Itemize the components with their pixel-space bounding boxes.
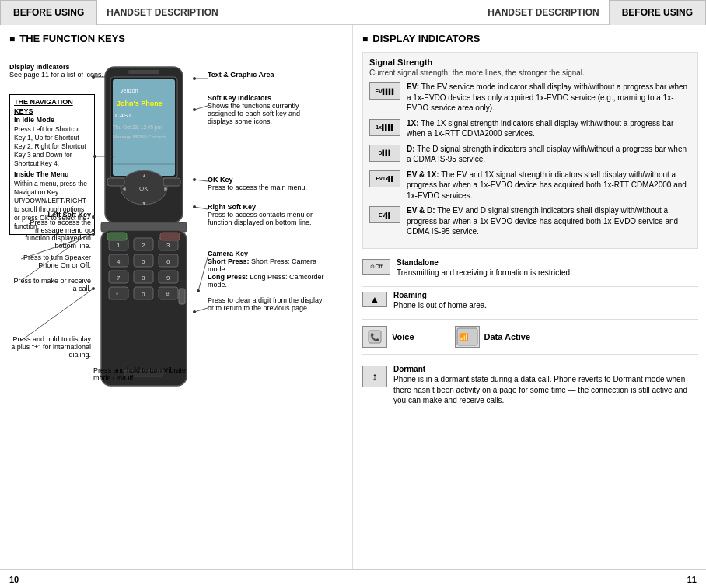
soft-key-indicators-callout: Soft Key Indicators Shows the functions … [208, 94, 324, 125]
svg-text:6: 6 [166, 258, 170, 265]
nav-keys-menu-label: Inside The Menu [14, 170, 90, 180]
svg-rect-17 [163, 178, 180, 186]
svg-text:▼: ▼ [142, 201, 147, 206]
1x-text: 1X: The 1X signal strength indicators sh… [407, 118, 691, 139]
signal-title: Signal Strength [369, 58, 691, 67]
svg-text:*: * [116, 291, 118, 298]
svg-text:CAST: CAST [115, 112, 131, 119]
data-active-icon: 📶 [455, 326, 480, 348]
before-using-tab-right: BEFORE USING [609, 0, 706, 25]
svg-text:Thu Oct 23, 12:45 pm: Thu Oct 23, 12:45 pm [113, 124, 162, 131]
data-active-item: 📶 Data Active [455, 326, 531, 348]
camera-key-short-text: Short Press: Short Press: Camera mode. [208, 257, 316, 273]
svg-text:3: 3 [166, 242, 170, 249]
vibrate-text: Press and hold to turn Vibrate mode On/O… [93, 366, 186, 382]
svg-rect-19 [101, 230, 187, 386]
svg-line-55 [194, 106, 208, 110]
header: BEFORE USING HANDSET DESCRIPTION HANDSET… [0, 0, 706, 25]
handset-desc-label-right: HANDSET DESCRIPTION [478, 4, 608, 21]
ev-text: EV: The EV service mode indicator shall … [407, 82, 691, 114]
footer: 10 11 [0, 569, 706, 588]
make-receive-text: Press to make or receive a call. [13, 277, 91, 292]
1x-indicator-row: 1x▌▌▌▌ 1X: The 1X signal strength indica… [369, 118, 691, 139]
footer-page-left: 10 [0, 570, 353, 588]
clear-digit-callout: Press to clear a digit from the display … [208, 296, 324, 312]
clear-digit-text: Press to clear a digit from the display … [208, 296, 323, 312]
roaming-icon: ▲ [362, 292, 387, 307]
svg-line-57 [194, 180, 208, 181]
plus-sign-callout: Press and hold to display a plus "+" for… [9, 335, 91, 359]
svg-text:📞: 📞 [370, 332, 380, 342]
svg-text:►: ► [163, 186, 169, 191]
d-text: D: The D signal strength indicators shal… [407, 144, 691, 165]
display-indicators-callout: Display Indicators See page 11 for a lis… [9, 63, 103, 79]
ev-icon: EV▌▌▌▌ [369, 82, 400, 100]
svg-rect-38 [109, 287, 128, 299]
right-panel: DISPLAY INDICATORS Signal Strength Curre… [353, 25, 706, 569]
svg-rect-9 [128, 70, 159, 74]
svg-text:2: 2 [142, 242, 145, 249]
ok-key-title: OK Key [208, 176, 233, 184]
function-keys-title: THE FUNCTION KEYS [9, 33, 346, 44]
svg-text:0: 0 [142, 291, 145, 298]
svg-line-63 [194, 308, 208, 312]
standalone-text: Standalone Transmitting and receiving in… [397, 257, 572, 278]
svg-line-59 [194, 207, 208, 209]
nav-keys-title: THE NAVIGATION KEYS [14, 98, 90, 116]
speaker-phone-text: Press to turn Speaker Phone On or Off. [23, 254, 91, 269]
display-indicators-section-title: DISPLAY INDICATORS [362, 33, 698, 44]
standalone-row: ⊙Off Standalone Transmitting and receivi… [362, 254, 698, 282]
svg-point-60 [197, 289, 200, 292]
ev1x-text: EV & 1X: The EV and 1X signal strength i… [407, 170, 691, 201]
camera-key-long-text: Long Press: Long Press: Camcorder mode. [208, 273, 324, 289]
standalone-icon: ⊙Off [362, 259, 390, 275]
dormant-icon: ↕ [362, 366, 387, 387]
header-left: BEFORE USING HANDSET DESCRIPTION [0, 0, 353, 25]
ok-key-desc: Press to access the main menu. [208, 184, 307, 191]
dormant-text: Dormant Phone is in a dormant state duri… [393, 364, 698, 406]
voice-data-row: 📞 Voice 📶 Data Active [362, 319, 698, 355]
text-graphic-title: Text & Graphic Area [208, 71, 274, 79]
make-receive-callout: Press to make or receive a call. [9, 277, 91, 292]
camera-key-callout: Camera Key Short Press: Short Press: Cam… [208, 250, 324, 289]
svg-text:9: 9 [166, 275, 170, 282]
svg-line-71 [21, 289, 93, 341]
plus-sign-text: Press and hold to display a plus "+" for… [11, 335, 91, 359]
svg-rect-16 [107, 178, 124, 186]
footer-page-right: 11 [353, 570, 706, 588]
svg-text:4: 4 [117, 258, 121, 265]
signal-desc: Current signal strength: the more lines,… [369, 68, 691, 77]
d-icon: D▌▌▌ [369, 145, 400, 162]
ev1x-indicator-row: EV1x▌▌ EV & 1X: The EV and 1X signal str… [369, 170, 691, 201]
svg-text:1: 1 [117, 242, 121, 249]
camera-key-title: Camera Key [208, 250, 248, 257]
ev-indicator-row: EV▌▌▌▌ EV: The EV service mode indicator… [369, 82, 691, 114]
svg-line-61 [198, 257, 208, 291]
handset-desc-label-left: HANDSET DESCRIPTION [97, 4, 227, 21]
svg-text:◄: ◄ [121, 186, 127, 191]
phone-diagram: THE NAVIGATION KEYS In Idle Mode Press L… [9, 55, 346, 491]
svg-text:John's Phone: John's Phone [117, 100, 163, 107]
d-indicator-row: D▌▌▌ D: The D signal strength indicators… [369, 144, 691, 165]
nav-keys-idle-label: In Idle Mode [14, 116, 90, 125]
speaker-phone-callout: Press to turn Speaker Phone On or Off. [9, 254, 91, 269]
svg-text:OK: OK [139, 185, 149, 192]
svg-text:▲: ▲ [142, 173, 147, 178]
evd-text: EV & D: The EV and D signal strength ind… [407, 205, 691, 237]
svg-text:verizon: verizon [121, 88, 138, 93]
svg-text:#: # [166, 291, 170, 298]
voice-icon: 📞 [362, 326, 387, 348]
main-content: THE FUNCTION KEYS THE NAVIGATION KEYS In… [0, 25, 706, 569]
text-graphic-callout: Text & Graphic Area [208, 71, 274, 79]
1x-icon: 1x▌▌▌▌ [369, 119, 400, 136]
voice-label: Voice [392, 332, 414, 341]
evd-icon: EV▌▌ [369, 206, 400, 223]
voice-item: 📞 Voice [362, 326, 414, 348]
svg-text:7: 7 [117, 275, 121, 282]
svg-text:📶: 📶 [459, 332, 469, 342]
left-soft-key-callout: Left Soft Key Press to access the messag… [9, 211, 91, 250]
display-indicators-desc: See page 11 for a list of icons. [9, 71, 103, 79]
left-panel: THE FUNCTION KEYS THE NAVIGATION KEYS In… [0, 25, 353, 569]
ok-key-callout: OK Key Press to access the main menu. [208, 176, 307, 191]
svg-text:5: 5 [142, 258, 145, 265]
